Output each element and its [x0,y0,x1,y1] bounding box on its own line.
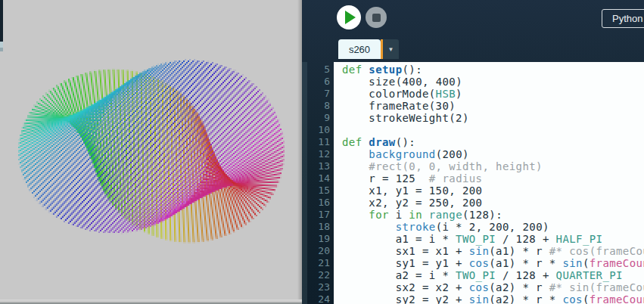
line-number: 8 [302,100,334,112]
line-number: 24 [302,293,334,304]
line-number: 13 [302,160,334,172]
trinket-app: Python ▾ s260 ▼ 567891011121314151617181… [0,0,644,304]
line-number: 7 [302,88,334,100]
stop-button[interactable] [366,7,387,28]
stop-icon [372,14,381,22]
code-line: x2, y2 = 250, 200 [342,197,644,209]
language-dropdown[interactable]: Python ▾ [602,9,644,28]
line-number: 5 [302,64,334,76]
code-line: colorMode(HSB) [342,88,644,100]
line-number: 20 [302,245,334,257]
code-line: frameRate(30) [342,100,644,112]
code-line: background(200) [342,148,644,160]
caret-down-icon: ▼ [388,46,394,53]
code-line: strokeWeight(2) [342,112,644,124]
code-line: for i in range(128): [342,209,644,221]
code-line: r = 125 # radius [342,172,644,185]
line-number: 11 [302,136,334,148]
code-line: sx1 = x1 + sin(a1) * r #* cos(frameCount… [342,245,644,257]
sketch-output-panel [0,0,302,304]
editor-panel: Python ▾ s260 ▼ 567891011121314151617181… [302,0,644,304]
tab-dropdown-button[interactable]: ▼ [383,39,399,59]
tab-strip: s260 ▼ [338,39,399,59]
left-edge-panel-sliver-mid [0,48,3,51]
line-number: 14 [302,172,334,185]
tab-label: s260 [349,44,370,55]
code-line: x1, y1 = 150, 200 [342,185,644,197]
code-line: #rect(0, 0, width, height) [342,160,644,172]
code-lines: def setup(): size(400, 400) colorMode(HS… [334,62,644,304]
code-line [342,124,644,136]
code-line: sy1 = y1 + cos(a1) * r * sin(frameCount/… [342,257,644,269]
line-number: 6 [302,76,334,88]
gutter: 56789101112131415161718192021222324 [302,62,334,304]
left-edge-panel-sliver [0,0,3,42]
line-number: 22 [302,269,334,281]
tab-s260[interactable]: s260 [338,39,381,59]
play-icon [345,11,356,24]
line-number: 15 [302,185,334,197]
code-line: a2 = i * TWO_PI / 128 + QUARTER_PI [342,269,644,281]
output-bottom-strip [0,299,302,304]
code-line: stroke(i * 2, 200, 200) [342,221,644,233]
code-line: def draw(): [342,136,644,148]
code-line: sy2 = y2 + sin(a2) * r * cos(frameCount/… [342,293,644,304]
line-number: 19 [302,233,334,245]
code-line: sx2 = x2 + cos(a2) * r #* sin(frameCount… [342,281,644,293]
code-line: def setup(): [342,64,644,76]
line-number: 23 [302,281,334,293]
sketch-canvas [0,0,302,302]
code-editor[interactable]: 56789101112131415161718192021222324 def … [302,62,644,304]
line-number: 12 [302,148,334,160]
language-label: Python [612,13,642,24]
line-number: 16 [302,197,334,209]
run-button[interactable] [337,5,361,29]
line-number: 9 [302,112,334,124]
left-edge-panel-sliver-light [0,42,3,48]
code-line: a1 = i * TWO_PI / 128 + HALF_PI [342,233,644,245]
line-number: 18 [302,221,334,233]
line-number: 21 [302,257,334,269]
code-line: size(400, 400) [342,76,644,88]
line-number: 17 [302,209,334,221]
line-number: 10 [302,124,334,136]
